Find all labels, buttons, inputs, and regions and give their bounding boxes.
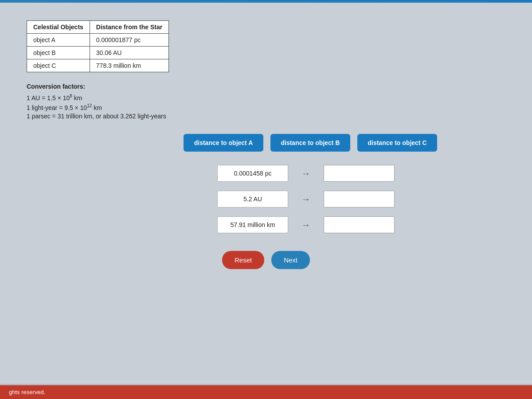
matching-row-1: 0.0001458 pc → [137,165,395,182]
table-header-objects: Celestial Objects [27,21,90,34]
footer-bar: ghts reserved. [0,385,532,399]
arrow-icon-2: → [288,194,324,204]
next-button[interactable]: Next [271,251,310,269]
matching-row-2: 5.2 AU → [137,191,395,207]
conversion-line-1: 1 AU = 1.5 × 108 km [27,94,505,102]
target-drop-2[interactable] [324,191,395,207]
col-header-object-b[interactable]: distance to object B [270,134,350,152]
col-header-object-c[interactable]: distance to object C [357,134,437,152]
object-a-distance: 0.000001877 pc [90,34,168,47]
matching-row-3: 57.91 million km → [137,216,395,233]
source-value-2: 5.2 AU [217,191,288,207]
matching-rows-container: 0.0001458 pc → 5.2 AU → 57.91 million km… [27,165,505,233]
object-c-distance: 778.3 million km [90,59,168,72]
target-drop-3[interactable] [324,216,395,233]
object-a-name: object A [27,34,90,47]
target-drop-1[interactable] [324,165,395,182]
conversion-line-2: 1 light-year = 9.5 × 1012 km [27,103,505,111]
table-header-distance: Distance from the Star [90,21,168,34]
object-c-name: object C [27,59,90,72]
object-b-distance: 30.06 AU [90,47,168,59]
arrow-icon-1: → [288,168,324,179]
source-value-3: 57.91 million km [217,216,288,233]
column-headers-row: distance to object A distance to object … [91,134,441,152]
table-row: object A 0.000001877 pc [27,34,169,47]
source-value-1: 0.0001458 pc [217,165,288,182]
conversion-title: Conversion factors: [27,83,505,90]
celestial-objects-table: Celestial Objects Distance from the Star… [27,20,169,72]
table-row: object B 30.06 AU [27,47,169,59]
action-buttons: Reset Next [222,251,310,269]
col-header-object-a[interactable]: distance to object A [184,134,263,152]
matching-activity: distance to object A distance to object … [27,134,505,269]
conversion-line-3: 1 parsec = 31 trillion km, or about 3.26… [27,113,505,120]
arrow-icon-3: → [288,220,324,230]
reset-button[interactable]: Reset [222,251,264,269]
top-accent-bar [0,0,532,3]
conversion-factors-section: Conversion factors: 1 AU = 1.5 × 108 km … [27,83,505,120]
table-row: object C 778.3 million km [27,59,169,72]
object-b-name: object B [27,47,90,59]
footer-text: ghts reserved. [9,389,45,395]
